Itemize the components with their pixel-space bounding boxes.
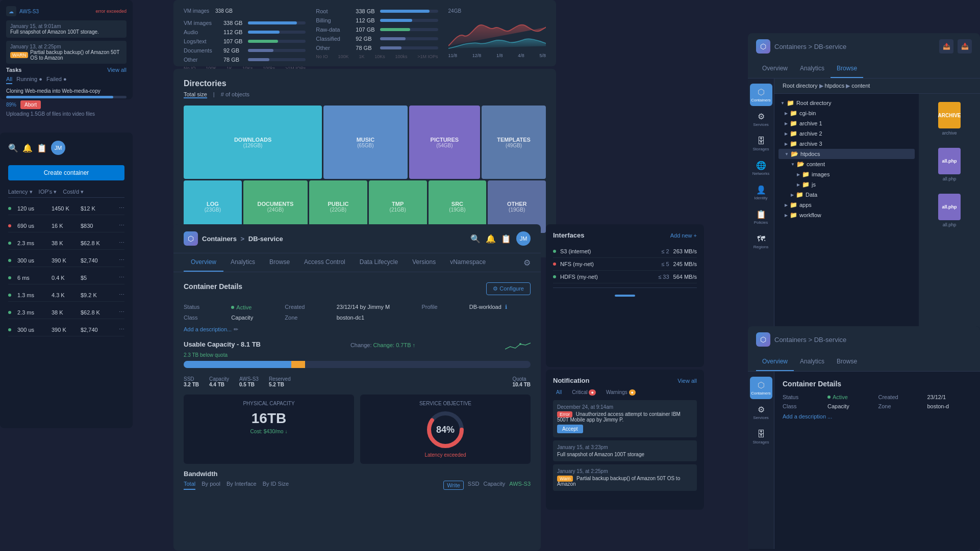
create-container-button[interactable]: Create container (8, 165, 124, 180)
file-php-1[interactable]: all.php all.php (923, 144, 976, 186)
fb-tab-browse[interactable]: Browse (831, 60, 863, 78)
path-root[interactable]: Root directory (783, 83, 817, 89)
tab-failed[interactable]: Failed ● (46, 75, 67, 84)
cell-music[interactable]: MUSIC (65GB) (323, 106, 408, 179)
fb-upload-icon[interactable]: 📤 (939, 39, 953, 54)
bw-action-aws[interactable]: AWS-S3 (509, 481, 531, 490)
fb-tab-analytics[interactable]: Analytics (794, 60, 831, 78)
path-content[interactable]: content (851, 83, 870, 89)
view-all-link[interactable]: View all (107, 67, 127, 73)
row-menu-icon[interactable]: ⋯ (119, 309, 124, 316)
tab-all[interactable]: All (6, 75, 12, 84)
notif-view-all[interactable]: View all (677, 378, 697, 384)
second-tab-overview[interactable]: Overview (756, 353, 794, 371)
cell-downloads[interactable]: DOWNLOADS (126GB) (184, 106, 322, 179)
second-sidebar-services[interactable]: ⚙ Services (750, 401, 772, 424)
tab-analytics[interactable]: Analytics (223, 253, 262, 272)
fb-breadcrumb-service[interactable]: DB-service (814, 43, 847, 50)
sidebar-item-policies[interactable]: 📋 Policies (750, 206, 772, 228)
tree-content[interactable]: ▼ 📂 content (778, 159, 915, 169)
bw-tab-interface[interactable]: By Interface (227, 481, 257, 490)
info-icon[interactable]: ℹ (505, 304, 507, 310)
abort-button[interactable]: Abort (20, 100, 41, 109)
tree-root[interactable]: ▼ 📁 Root directory (778, 98, 915, 108)
tree-workflow[interactable]: ▶ 📁 workflow (778, 210, 915, 220)
edit-icon[interactable]: ✏ (234, 326, 238, 332)
tree-archive1[interactable]: ▶ 📁 archive 1 (778, 118, 915, 128)
row-menu-icon[interactable]: ⋯ (119, 274, 124, 281)
cell-pictures[interactable]: PICTURES (54GB) (409, 106, 480, 179)
bw-action-capacity[interactable]: Capacity (483, 481, 505, 490)
notification-icon[interactable]: 🔔 (22, 143, 33, 153)
tab-data-lifecycle[interactable]: Data Lifecycle (353, 253, 405, 272)
tree-archive3[interactable]: ▶ 📁 archive 3 (778, 139, 915, 149)
tree-htpdocs[interactable]: ▼ 📂 htpdocs (778, 149, 915, 159)
sidebar-item-regions[interactable]: 🗺 Regions (750, 230, 772, 253)
row-menu-icon[interactable]: ⋯ (119, 292, 124, 298)
fb-tab-overview[interactable]: Overview (756, 60, 794, 78)
tree-cgibin[interactable]: ▶ 📁 cgi-bin (778, 108, 915, 118)
tab-browse[interactable]: Browse (262, 253, 297, 272)
col-iops[interactable]: IOP's ▾ (39, 189, 57, 195)
row-menu-icon[interactable]: ⋯ (119, 257, 124, 264)
second-tab-browse[interactable]: Browse (831, 353, 863, 371)
settings-icon[interactable]: ⚙ (523, 258, 531, 268)
tab-running[interactable]: Running ● (16, 75, 42, 84)
second-fb-service[interactable]: DB-service (814, 336, 847, 344)
tree-archive2[interactable]: ▶ 📁 archive 2 (778, 128, 915, 139)
notification-icon[interactable]: 🔔 (486, 234, 496, 244)
col-latency[interactable]: Latency ▾ (8, 189, 33, 195)
bw-tab-pool[interactable]: By pool (202, 481, 220, 490)
sidebar-item-storages[interactable]: 🗄 Storages (750, 133, 772, 155)
second-add-desc[interactable]: Add a description ... (783, 413, 972, 419)
row-menu-icon[interactable]: ⋯ (119, 326, 124, 333)
tab-vnamespace[interactable]: vNamespace (443, 253, 493, 272)
breadcrumb-service[interactable]: DB-service (248, 235, 283, 243)
scrollbar-thumb[interactable] (615, 295, 635, 297)
row-menu-icon[interactable]: ⋯ (119, 222, 124, 229)
tab-overview[interactable]: Overview (184, 253, 223, 272)
second-sidebar-storages[interactable]: 🗄 Storages (750, 426, 772, 448)
docs-icon[interactable]: 📋 (37, 143, 47, 153)
search-icon[interactable]: 🔍 (8, 143, 18, 153)
row-menu-icon[interactable]: ⋯ (119, 240, 124, 246)
col-cost[interactable]: Cost/d ▾ (63, 189, 84, 195)
fb-download-icon[interactable]: 📥 (958, 39, 972, 54)
tab-access-control[interactable]: Access Control (297, 253, 353, 272)
add-new-button[interactable]: Add new + (670, 232, 697, 239)
docs-icon[interactable]: 📋 (501, 234, 511, 244)
accept-button[interactable]: Accept (557, 425, 583, 433)
tree-js[interactable]: ▶ 📁 js (778, 179, 915, 190)
toggle-total-size[interactable]: Total size (184, 91, 207, 98)
second-fb-containers[interactable]: Containers (774, 336, 807, 344)
breadcrumb-containers[interactable]: Containers (202, 235, 237, 243)
notif-tab-critical[interactable]: Critical ● (569, 388, 599, 396)
search-icon[interactable]: 🔍 (470, 234, 481, 244)
tab-versions[interactable]: Versions (405, 253, 443, 272)
row-menu-icon[interactable]: ⋯ (119, 205, 124, 212)
sidebar-item-networks[interactable]: 🌐 Networks (750, 157, 772, 179)
user-avatar[interactable]: JM (516, 231, 531, 246)
user-avatar[interactable]: JM (51, 141, 65, 155)
second-tab-analytics[interactable]: Analytics (794, 353, 831, 371)
bw-action-ssd[interactable]: SSD (468, 481, 480, 490)
fb-breadcrumb-containers[interactable]: Containers (774, 43, 807, 50)
tree-data[interactable]: ▶ 📁 Data (778, 190, 915, 200)
configure-button[interactable]: ⚙ Configure (486, 282, 531, 295)
cell-templates[interactable]: TEMPLATES (49GB) (482, 106, 546, 179)
tree-images[interactable]: ▶ 📁 images (778, 169, 915, 179)
add-description-link[interactable]: Add a description... (184, 326, 232, 332)
tree-apps[interactable]: ▶ 📁 apps (778, 200, 915, 210)
path-htpdocs[interactable]: htpdocs (825, 83, 845, 89)
sidebar-item-containers[interactable]: ⬡ Containers (750, 84, 772, 106)
file-archive[interactable]: ARCHIVE archive (923, 98, 976, 140)
bw-tab-total[interactable]: Total (184, 481, 195, 490)
file-php-2[interactable]: all.php all.php (923, 190, 976, 231)
sidebar-item-services[interactable]: ⚙ Services (750, 108, 772, 130)
sidebar-item-identity[interactable]: 👤 Identity (750, 181, 772, 204)
second-sidebar-containers[interactable]: ⬡ Containers (750, 377, 772, 399)
notif-tab-all[interactable]: All (553, 388, 565, 396)
toggle-count[interactable]: # of objects (221, 91, 249, 98)
notif-tab-warnings[interactable]: Warnings ● (603, 388, 639, 396)
bw-tab-size[interactable]: By ID Size (263, 481, 289, 490)
